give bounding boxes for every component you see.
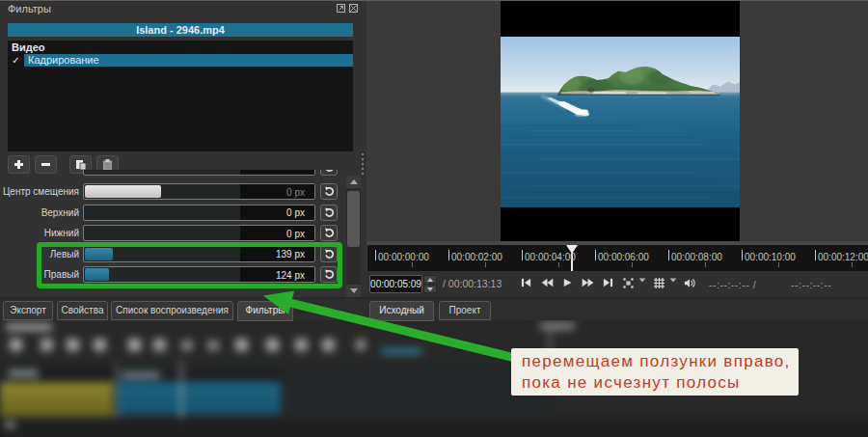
scrollbar-thumb[interactable] [347, 191, 360, 247]
skip-end-button[interactable] [603, 278, 613, 287]
plus-icon [14, 159, 24, 170]
zoom-fit-button[interactable] [623, 278, 634, 288]
ruler-tick [742, 250, 743, 260]
ruler-minor-tick [852, 262, 853, 267]
top-slider[interactable]: 0 px [83, 205, 315, 221]
timeline-toolbar-icon [153, 339, 166, 351]
close-panel-icon[interactable] [348, 3, 359, 14]
ruler-tick [375, 250, 376, 260]
reset-icon[interactable] [320, 170, 338, 176]
timeline-toolbar-icon [235, 339, 248, 351]
tab-project[interactable]: Проект [439, 301, 491, 320]
selected-duration-placeholder: --:--:--:-- / [709, 279, 756, 290]
timeline-toolbar-icon [41, 339, 53, 351]
ruler-label: 00:00:02:00 [451, 252, 502, 262]
spin-down-icon [427, 287, 433, 291]
tab-export[interactable]: Экспорт [3, 301, 53, 320]
timeline-toolbar-icon [356, 340, 366, 350]
player-panel: 00:00:00:0000:00:02:0000:00:04:0000:00:0… [366, 0, 868, 299]
panel-splitter[interactable] [362, 153, 364, 175]
callout-line2: пока не исчезнут полосы [522, 372, 799, 394]
top-hairline [0, 0, 868, 1]
timecode-up-icon[interactable] [423, 275, 437, 284]
parameter-label: Нижний [44, 228, 79, 238]
filter-section-video: Видео [12, 41, 45, 53]
parameter-value[interactable]: 0 px [286, 206, 305, 220]
current-timecode-field[interactable]: 00:00:05:09 [369, 275, 422, 293]
ruler-tick [595, 250, 596, 260]
reset-button[interactable] [320, 205, 338, 221]
clip2-name-blob [122, 372, 160, 378]
clip1-audio-block [0, 382, 113, 417]
timeline-ruler[interactable]: 00:00:00:0000:00:02:0000:00:04:0000:00:0… [367, 245, 868, 271]
filter-list[interactable]: Видео ✓ Кадрирование [8, 41, 353, 151]
tab-playlist[interactable]: Список воспроизведения [111, 301, 233, 320]
rewind-button[interactable] [541, 278, 554, 287]
bottom-slider[interactable]: 0 px [83, 225, 315, 241]
ruler-label: 00:00:04:00 [525, 252, 576, 262]
zoom-fit-icon [623, 278, 634, 288]
zoom-menu-button[interactable] [638, 278, 646, 283]
timecode-down-icon[interactable] [423, 285, 437, 293]
transport-bar: 00:00:05:09 / 00:00:13:13 [366, 271, 868, 297]
grid-menu-button[interactable] [669, 278, 677, 283]
up-arrow-icon [350, 179, 358, 184]
fast-forward-button[interactable] [582, 278, 594, 287]
parameter-value[interactable]: 0 px [286, 186, 305, 200]
timeline-title-blob [6, 323, 52, 331]
filters-panel-title: Фильтры [8, 3, 51, 14]
timeline-toolbar-icon [207, 341, 219, 350]
parameter-value[interactable]: 0 px [286, 228, 305, 241]
parameter-row-bottom: Нижний 0 px [0, 225, 345, 241]
tab-source[interactable]: Исходный [369, 301, 434, 321]
caret-down-icon [638, 278, 646, 283]
reset-icon [324, 207, 335, 218]
ruler-minor-tick [558, 262, 559, 267]
panel-window-controls [336, 3, 359, 14]
volume-button[interactable] [684, 278, 695, 288]
clip1-name-blob [8, 370, 39, 376]
parameter-label: Верхний [41, 207, 79, 218]
shotcut-window: Фильтры Island - 2946.mp4 Видео ✓ Кадрир… [0, 0, 868, 437]
parameters-scrollbar[interactable] [346, 176, 361, 297]
current-clip-name: Island - 2946.mp4 [8, 23, 353, 37]
float-icon [336, 3, 346, 14]
rewind-icon [541, 278, 554, 287]
reset-button[interactable] [320, 183, 338, 200]
video-frame-island-scene [501, 37, 740, 207]
ruler-tick [815, 250, 816, 260]
parameter-row-center-bias: Центр смещения 0 px [0, 183, 345, 200]
caret-down-icon [669, 278, 677, 283]
ruler-minor-tick [632, 262, 633, 267]
clip2-video-block [118, 382, 281, 415]
reset-icon [324, 186, 335, 197]
ruler-tick [448, 250, 449, 260]
callout-line1: перемещаем ползунки вправо, [522, 351, 799, 372]
scroll-down-icon[interactable] [346, 285, 361, 297]
down-arrow-icon [350, 288, 358, 293]
float-panel-icon[interactable] [336, 3, 346, 14]
total-duration-label: / 00:00:13:13 [443, 278, 502, 289]
timeline-toolbar-icon [94, 339, 106, 351]
filter-checkbox[interactable]: ✓ [8, 54, 24, 67]
filter-row-label: Кадрирование [24, 54, 353, 67]
close-icon [348, 3, 359, 14]
scroll-up-icon[interactable] [346, 176, 361, 188]
filter-row-crop[interactable]: ✓ Кадрирование [8, 54, 353, 67]
center-bias-slider[interactable]: 0 px [83, 183, 315, 200]
tab-properties[interactable]: Свойства [57, 301, 108, 320]
reset-button[interactable] [320, 225, 338, 241]
ruler-tick [522, 250, 523, 260]
grid-button[interactable] [654, 278, 665, 288]
tab-filters[interactable]: Фильтры [237, 301, 293, 321]
play-button[interactable] [563, 278, 572, 287]
slider-fill [85, 185, 161, 198]
timeline-zoom-slider-blob [381, 348, 422, 354]
slider-spin-zone [240, 170, 314, 175]
skip-start-button[interactable] [521, 278, 531, 287]
ruler-minor-tick [485, 262, 486, 267]
skip-start-icon [521, 278, 531, 287]
ruler-tick [668, 250, 669, 260]
video-preview[interactable] [501, 0, 740, 241]
partial-slider[interactable] [83, 170, 315, 176]
